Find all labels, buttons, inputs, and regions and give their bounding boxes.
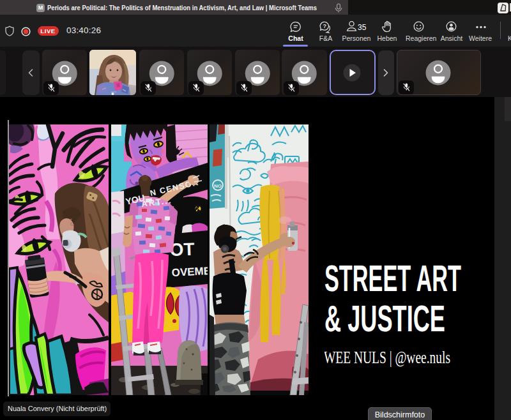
svg-text:?: ?	[323, 23, 326, 29]
svg-text:STREET ART: STREET ART	[324, 258, 461, 299]
svg-text:Periods are Political: The Pol: Periods are Political: The Politics of M…	[47, 4, 317, 11]
svg-text:OVEMEN: OVEMEN	[171, 264, 208, 279]
svg-text:WEE NULS | @wee.nuls: WEE NULS | @wee.nuls	[324, 347, 450, 367]
svg-text:& JUSTICE: & JUSTICE	[324, 298, 445, 339]
svg-text:NO: NO	[214, 183, 222, 189]
